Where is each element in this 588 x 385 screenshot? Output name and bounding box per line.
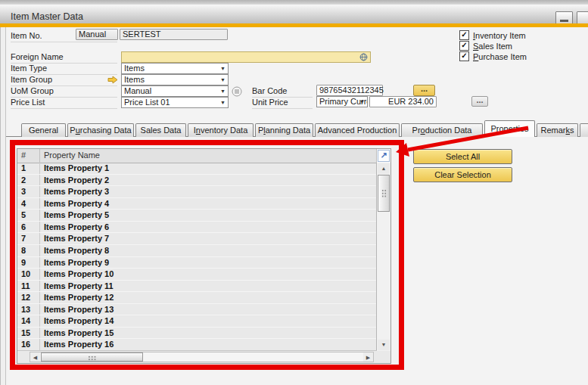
tab-planning-data[interactable]: Planning Data — [255, 123, 313, 137]
tab-properties[interactable]: Properties — [484, 120, 535, 137]
vertical-scrollbar-thumb[interactable] — [378, 175, 390, 212]
row-number-cell: 12 — [17, 292, 40, 303]
property-name-cell: Items Property 4 — [40, 198, 377, 210]
row-number-cell: 13 — [17, 304, 40, 315]
item-group-select[interactable]: Items ▼ — [121, 74, 229, 85]
chevron-down-icon: ▼ — [220, 88, 226, 95]
property-name-cell: Items Property 6 — [40, 222, 377, 233]
grip-dots-icon — [381, 189, 387, 197]
window-title: Item Master Data — [11, 11, 83, 22]
row-number-cell: 5 — [17, 210, 40, 221]
vertical-scrollbar[interactable]: ▲ ▼ — [376, 163, 390, 351]
property-name-cell: Items Property 11 — [40, 281, 377, 292]
unit-price-amount-input[interactable]: EUR 234.00 — [369, 96, 437, 107]
inventory-item-checkbox[interactable]: ✓ — [459, 30, 469, 40]
row-number-cell: 2 — [17, 175, 40, 186]
table-header-row: # Property Name ↗ — [17, 149, 390, 163]
unit-price-label: Unit Price — [252, 98, 313, 109]
row-number-cell: 1 — [17, 163, 40, 174]
scroll-right-icon[interactable]: ▶ — [363, 352, 373, 362]
clear-selection-button[interactable]: Clear Selection — [413, 167, 512, 182]
table-corner-cell: ↗ — [376, 149, 390, 163]
table-row[interactable]: 11 Items Property 11 — [17, 281, 377, 293]
tab-general[interactable]: General — [21, 123, 66, 137]
tab-purchasing-data[interactable]: Purchasing Data — [67, 123, 134, 137]
bar-code-ellipsis-button[interactable]: ... — [413, 85, 435, 96]
item-no-mode-combo[interactable]: Manual — [76, 29, 118, 40]
purchase-item-label: Purchase Item — [473, 52, 527, 62]
bar-code-label: Bar Code — [252, 86, 313, 98]
row-number-cell: 8 — [17, 245, 40, 256]
table-row[interactable]: 2 Items Property 2 — [17, 175, 377, 187]
row-number-cell: 16 — [17, 339, 40, 350]
foreign-name-input[interactable] — [121, 51, 371, 63]
purchase-item-checkbox[interactable]: ✓ — [459, 51, 469, 61]
chevron-down-icon: ▼ — [220, 100, 226, 106]
property-name-cell: Items Property 5 — [40, 210, 377, 221]
horizontal-scrollbar[interactable]: ◀ ▶ — [30, 352, 374, 362]
grip-dots-icon — [88, 356, 97, 361]
tab-remarks[interactable]: Remarks — [537, 123, 578, 137]
window-left-frame — [0, 27, 6, 385]
table-row[interactable]: 13 Items Property 13 — [17, 304, 377, 316]
property-name-cell: Items Property 1 — [40, 163, 377, 174]
table-row[interactable]: 4 Items Property 4 — [17, 198, 377, 210]
minimize-icon — [560, 20, 568, 22]
row-number-cell: 3 — [17, 186, 40, 197]
table-row[interactable]: 14 Items Property 14 — [17, 315, 377, 328]
table-row[interactable]: 1 Items Property 1 — [17, 163, 377, 175]
uom-group-select[interactable]: Manual ▼ — [121, 85, 229, 97]
scroll-up-icon[interactable]: ▲ — [378, 163, 390, 174]
horizontal-scrollbar-thumb[interactable] — [41, 352, 143, 362]
table-row[interactable]: 6 Items Property 6 — [17, 222, 377, 234]
tab-advanced-production[interactable]: Advanced Production — [315, 123, 400, 137]
bar-code-input[interactable]: 98765432112345 — [316, 85, 383, 96]
row-number-cell: 10 — [17, 269, 40, 280]
table-row[interactable]: 5 Items Property 5 — [17, 210, 377, 222]
item-no-input[interactable]: SERTEST — [120, 29, 228, 40]
price-list-select[interactable]: Price List 01 ▼ — [121, 97, 229, 108]
column-header-number[interactable]: # — [17, 149, 40, 163]
uom-list-icon[interactable] — [232, 86, 242, 97]
table-row[interactable]: 12 Items Property 12 — [17, 292, 377, 304]
tab-production-data[interactable]: Production Data — [401, 123, 483, 137]
property-name-cell: Items Property 10 — [40, 269, 377, 280]
tabstrip: GeneralPurchasing DataSales DataInventor… — [21, 121, 588, 137]
property-name-cell: Items Property 3 — [40, 186, 377, 197]
table-row[interactable]: 3 Items Property 3 — [17, 186, 377, 198]
check-icon: ✓ — [459, 41, 469, 51]
row-number-cell: 15 — [17, 328, 40, 339]
horizontal-scrollbar-row: ◀ ▶ — [17, 350, 377, 363]
row-number-cell: 4 — [17, 198, 40, 210]
link-arrow-icon[interactable] — [107, 76, 118, 84]
property-name-cell: Items Property 14 — [40, 315, 377, 327]
property-name-cell: Items Property 9 — [40, 257, 377, 269]
expand-grid-icon[interactable]: ↗ — [378, 150, 390, 162]
tab-sales-data[interactable]: Sales Data — [135, 123, 186, 137]
select-all-button[interactable]: Select All — [413, 149, 512, 164]
property-name-cell: Items Property 8 — [40, 245, 377, 256]
property-name-cell: Items Property 12 — [40, 292, 377, 303]
check-icon: ✓ — [459, 30, 469, 40]
table-row[interactable]: 8 Items Property 8 — [17, 245, 377, 257]
scroll-down-icon[interactable]: ▼ — [378, 340, 390, 350]
unit-price-currency-select[interactable]: Primary Curre ▼ — [316, 96, 368, 107]
item-type-select[interactable]: Items ▼ — [121, 63, 229, 74]
sales-item-label: Sales Item — [473, 42, 512, 51]
table-row[interactable]: 10 Items Property 10 — [17, 269, 377, 281]
row-number-cell: 9 — [17, 257, 40, 269]
unit-price-ellipsis-button[interactable]: ... — [471, 96, 488, 107]
row-number-cell: 14 — [17, 315, 40, 327]
tab-attach[interactable]: Attach — [580, 123, 588, 137]
column-header-property-name[interactable]: Property Name — [40, 149, 376, 163]
scroll-left-icon[interactable]: ◀ — [30, 352, 40, 362]
property-name-cell: Items Property 2 — [40, 175, 377, 186]
table-row[interactable]: 15 Items Property 15 — [17, 328, 377, 340]
table-row[interactable]: 16 Items Property 16 — [17, 339, 377, 351]
table-row[interactable]: 7 Items Property 7 — [17, 233, 377, 245]
tab-inventory-data[interactable]: Inventory Data — [188, 123, 254, 137]
properties-table: # Property Name ↗ 1 Items Property 1 2 I… — [17, 148, 391, 364]
sales-item-checkbox[interactable]: ✓ — [459, 41, 469, 51]
table-row[interactable]: 9 Items Property 9 — [17, 257, 377, 269]
item-group-label: Item Group — [11, 75, 117, 86]
